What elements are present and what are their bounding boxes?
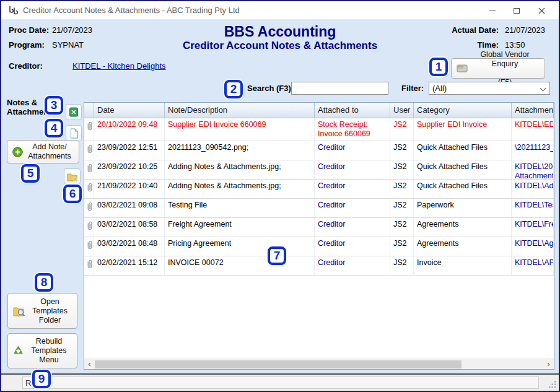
cell-attached-to[interactable]: Creditor	[315, 141, 390, 160]
paperclip-icon	[85, 220, 94, 231]
cell-attachment-link[interactable]: KITDEL\Tes	[512, 199, 554, 217]
add-note-attachments-button[interactable]: Add Note/ Attachments	[7, 140, 79, 163]
annotation-6: 6	[63, 185, 82, 203]
cell-attachment-link[interactable]: KITDEL\Add	[512, 180, 554, 198]
cell-category: Agreements	[414, 218, 512, 237]
paperclip-icon	[85, 163, 94, 173]
cell-category: Agreements	[414, 237, 512, 256]
resize-grip-icon[interactable]	[549, 381, 557, 389]
recycle-icon	[13, 346, 24, 356]
titlebar: Creditor Account Notes & Attachments - A…	[1, 1, 559, 20]
table-row[interactable]: 03/02/2021 08:48 Pricing Agreement Credi…	[84, 237, 554, 256]
cell-attachment-link[interactable]: KITDEL\EDI	[512, 118, 554, 141]
maximize-icon	[514, 8, 520, 14]
annotation-1: 1	[429, 58, 448, 76]
cell-note: Pricing Agreement	[165, 237, 315, 256]
open-templates-folder-label: Open Templates Folder	[25, 297, 77, 325]
table-row[interactable]: 03/02/2021 09:08 Testing File Creditor J…	[84, 199, 554, 218]
cell-note: Adding Notes & Attachments.jpg;	[165, 160, 315, 179]
cell-user: JS2	[390, 237, 414, 256]
filter-label: Filter:	[401, 84, 424, 93]
cell-attachment-link[interactable]: KITDEL\Frei	[512, 218, 554, 237]
excel-icon	[69, 107, 79, 117]
paperclip-icon	[85, 259, 94, 269]
maximize-button[interactable]	[504, 1, 529, 20]
cell-attached-to[interactable]: Creditor	[315, 218, 390, 237]
table-row[interactable]: 20/10/2022 09:48 Supplier EDI Invoice 66…	[84, 118, 554, 141]
scrollbar-thumb[interactable]	[95, 360, 462, 368]
gve-label-line1: Global Vendor Enquiry	[468, 50, 542, 69]
cell-attached-to[interactable]: Creditor	[315, 256, 390, 275]
cell-user: JS2	[390, 141, 414, 160]
global-vendor-enquiry-button[interactable]: Global Vendor Enquiry (F5)	[451, 58, 545, 79]
notes-attachments-table: Date Note/Description Attached to User C…	[84, 102, 554, 370]
column-attachment[interactable]: Attachment	[512, 103, 554, 118]
column-attached-to[interactable]: Attached to	[315, 103, 390, 118]
paperclip-icon	[85, 240, 94, 250]
cell-attached-to[interactable]: Creditor	[315, 199, 390, 217]
cell-user: JS2	[390, 118, 414, 141]
open-templates-folder-button[interactable]: Open Templates Folder	[7, 293, 77, 329]
cell-attachment-link[interactable]: KITDEL\202 Attachments	[512, 160, 554, 179]
table-row[interactable]: 03/02/2021 08:58 Freight Agreement Credi…	[84, 218, 554, 237]
annotation-3: 3	[45, 96, 63, 115]
scroll-right-arrow[interactable]: ›	[544, 360, 553, 369]
cell-attachment-link[interactable]: KITDEL\APE	[512, 256, 554, 275]
cell-category: Supplier EDI Invoice	[414, 118, 512, 141]
rebuild-templates-menu-button[interactable]: Rebuild Templates Menu	[7, 333, 77, 368]
cell-user: JS2	[390, 218, 414, 237]
window-title: Creditor Account Notes & Attachments - A…	[23, 6, 240, 15]
filter-selected-value: (All)	[432, 84, 447, 93]
table-row[interactable]: 02/02/2021 15:12 INVOICE 00072 Creditor …	[84, 256, 554, 276]
chevron-down-icon	[540, 85, 546, 92]
column-date[interactable]: Date	[94, 103, 165, 118]
filter-dropdown[interactable]: (All)	[429, 82, 550, 95]
annotation-4: 4	[45, 119, 63, 137]
cell-attached-to[interactable]: Stock Receipt: Invoice 660069	[315, 118, 390, 141]
paperclip-icon	[85, 182, 94, 193]
document-icon	[69, 128, 79, 139]
search-input[interactable]	[291, 82, 388, 95]
actual-date-value: 21/07/2023	[505, 25, 549, 35]
annotation-9: 9	[32, 370, 51, 388]
annotation-5: 5	[21, 164, 40, 183]
column-note-description[interactable]: Note/Description	[165, 103, 315, 118]
export-excel-button[interactable]	[66, 104, 82, 120]
add-plus-icon	[12, 147, 23, 157]
table-header: Date Note/Description Attached to User C…	[84, 103, 554, 118]
cell-attachment-link[interactable]: \20211123_	[512, 141, 554, 160]
cell-user: JS2	[390, 256, 414, 275]
cell-category: Quick Attached Files	[414, 141, 512, 160]
horizontal-scrollbar[interactable]: ‹ ›	[84, 359, 554, 369]
app-window: Creditor Account Notes & Attachments - A…	[0, 0, 560, 392]
column-user[interactable]: User	[390, 103, 414, 118]
new-note-button[interactable]	[66, 125, 82, 141]
status-message: R	[22, 377, 539, 389]
cell-attached-to[interactable]: Creditor	[315, 160, 390, 179]
cell-note: Testing File	[165, 199, 315, 217]
paperclip-icon	[85, 144, 94, 154]
creditor-label: Creditor:	[9, 61, 43, 71]
cell-date: 03/02/2021 09:08	[94, 199, 165, 217]
column-category[interactable]: Category	[414, 103, 512, 118]
cell-date: 02/02/2021 15:12	[94, 256, 165, 275]
cell-user: JS2	[390, 199, 414, 217]
cell-attached-to[interactable]: Creditor	[315, 180, 390, 198]
table-row[interactable]: 23/09/2022 10:25 Adding Notes & Attachme…	[84, 160, 554, 180]
vendor-box-icon	[457, 64, 468, 73]
cell-note: Freight Agreement	[165, 218, 315, 237]
scroll-left-arrow[interactable]: ‹	[85, 360, 94, 369]
quick-attach-folder-button[interactable]	[64, 168, 81, 185]
creditor-link[interactable]: KITDEL - Kitchen Delights	[72, 61, 166, 71]
cell-attachment-link[interactable]: KITDEL\Agr	[512, 237, 554, 256]
table-row[interactable]: 21/09/2022 10:40 Adding Notes & Attachme…	[84, 180, 554, 199]
minimize-button[interactable]	[479, 1, 504, 20]
close-icon	[538, 7, 545, 14]
paperclip-icon	[85, 121, 94, 131]
minimize-icon	[489, 11, 496, 11]
table-row[interactable]: 23/09/2022 12:51 20211123_090542.png; Cr…	[84, 141, 554, 160]
cell-attached-to[interactable]: Creditor	[315, 237, 390, 256]
close-button[interactable]	[529, 1, 554, 20]
cell-user: JS2	[390, 160, 414, 179]
actual-date-label: Actual Date:	[452, 25, 499, 35]
